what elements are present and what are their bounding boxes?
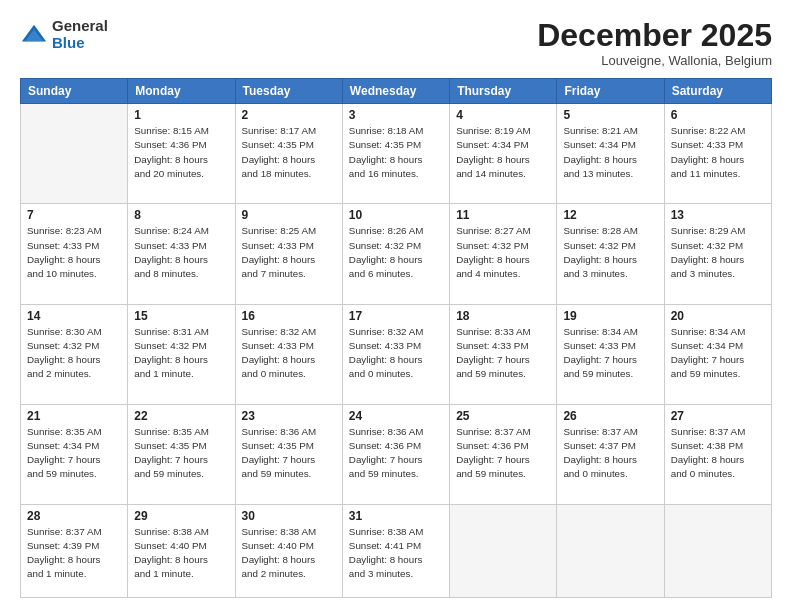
- cell-line: and 59 minutes.: [456, 467, 550, 481]
- col-thursday: Thursday: [450, 79, 557, 104]
- cell-line: Sunset: 4:32 PM: [27, 339, 121, 353]
- table-row: 28Sunrise: 8:37 AMSunset: 4:39 PMDayligh…: [21, 504, 128, 597]
- cell-line: and 0 minutes.: [671, 467, 765, 481]
- cell-line: and 3 minutes.: [349, 567, 443, 581]
- cell-line: Daylight: 8 hours: [671, 453, 765, 467]
- cell-line: and 59 minutes.: [242, 467, 336, 481]
- cell-line: Sunrise: 8:31 AM: [134, 325, 228, 339]
- cell-line: Sunrise: 8:38 AM: [242, 525, 336, 539]
- cell-line: Sunset: 4:33 PM: [563, 339, 657, 353]
- table-row: 27Sunrise: 8:37 AMSunset: 4:38 PMDayligh…: [664, 404, 771, 504]
- title-block: December 2025 Louveigne, Wallonia, Belgi…: [537, 18, 772, 68]
- cell-line: Daylight: 8 hours: [456, 153, 550, 167]
- cell-line: Sunrise: 8:32 AM: [349, 325, 443, 339]
- cell-line: Sunset: 4:33 PM: [456, 339, 550, 353]
- table-row: 5Sunrise: 8:21 AMSunset: 4:34 PMDaylight…: [557, 104, 664, 204]
- cell-line: and 6 minutes.: [349, 267, 443, 281]
- cell-line: and 59 minutes.: [349, 467, 443, 481]
- col-sunday: Sunday: [21, 79, 128, 104]
- cell-line: Daylight: 8 hours: [671, 253, 765, 267]
- cell-line: and 18 minutes.: [242, 167, 336, 181]
- table-row: 9Sunrise: 8:25 AMSunset: 4:33 PMDaylight…: [235, 204, 342, 304]
- calendar-table: Sunday Monday Tuesday Wednesday Thursday…: [20, 78, 772, 598]
- day-number: 12: [563, 208, 657, 222]
- table-row: 2Sunrise: 8:17 AMSunset: 4:35 PMDaylight…: [235, 104, 342, 204]
- day-number: 7: [27, 208, 121, 222]
- cell-line: and 8 minutes.: [134, 267, 228, 281]
- day-number: 4: [456, 108, 550, 122]
- page: General Blue December 2025 Louveigne, Wa…: [0, 0, 792, 612]
- day-number: 1: [134, 108, 228, 122]
- cell-line: Daylight: 7 hours: [27, 453, 121, 467]
- cell-line: and 2 minutes.: [242, 567, 336, 581]
- cell-line: and 1 minute.: [134, 567, 228, 581]
- table-row: [557, 504, 664, 597]
- cell-line: Daylight: 8 hours: [134, 153, 228, 167]
- cell-line: Sunrise: 8:33 AM: [456, 325, 550, 339]
- day-number: 3: [349, 108, 443, 122]
- cell-line: Daylight: 7 hours: [671, 353, 765, 367]
- cell-line: Sunrise: 8:25 AM: [242, 224, 336, 238]
- table-row: 4Sunrise: 8:19 AMSunset: 4:34 PMDaylight…: [450, 104, 557, 204]
- table-row: 29Sunrise: 8:38 AMSunset: 4:40 PMDayligh…: [128, 504, 235, 597]
- table-row: 24Sunrise: 8:36 AMSunset: 4:36 PMDayligh…: [342, 404, 449, 504]
- cell-line: Sunset: 4:35 PM: [242, 138, 336, 152]
- cell-line: Sunrise: 8:18 AM: [349, 124, 443, 138]
- logo-general-label: General: [52, 18, 108, 35]
- cell-line: Sunrise: 8:32 AM: [242, 325, 336, 339]
- cell-line: and 3 minutes.: [671, 267, 765, 281]
- day-number: 19: [563, 309, 657, 323]
- table-row: 20Sunrise: 8:34 AMSunset: 4:34 PMDayligh…: [664, 304, 771, 404]
- table-row: 22Sunrise: 8:35 AMSunset: 4:35 PMDayligh…: [128, 404, 235, 504]
- day-number: 20: [671, 309, 765, 323]
- day-number: 30: [242, 509, 336, 523]
- cell-line: Daylight: 8 hours: [349, 153, 443, 167]
- day-number: 13: [671, 208, 765, 222]
- cell-line: Sunrise: 8:34 AM: [563, 325, 657, 339]
- header: General Blue December 2025 Louveigne, Wa…: [20, 18, 772, 68]
- cell-line: Sunrise: 8:30 AM: [27, 325, 121, 339]
- table-row: 25Sunrise: 8:37 AMSunset: 4:36 PMDayligh…: [450, 404, 557, 504]
- cell-line: Sunset: 4:33 PM: [134, 239, 228, 253]
- cell-line: Sunset: 4:32 PM: [349, 239, 443, 253]
- day-number: 15: [134, 309, 228, 323]
- cell-line: Sunset: 4:32 PM: [456, 239, 550, 253]
- cell-line: and 59 minutes.: [134, 467, 228, 481]
- cell-line: Sunrise: 8:37 AM: [27, 525, 121, 539]
- cell-line: Daylight: 8 hours: [456, 253, 550, 267]
- cell-line: and 20 minutes.: [134, 167, 228, 181]
- table-row: 12Sunrise: 8:28 AMSunset: 4:32 PMDayligh…: [557, 204, 664, 304]
- cell-line: Sunset: 4:36 PM: [134, 138, 228, 152]
- cell-line: and 4 minutes.: [456, 267, 550, 281]
- day-number: 9: [242, 208, 336, 222]
- table-row: 21Sunrise: 8:35 AMSunset: 4:34 PMDayligh…: [21, 404, 128, 504]
- cell-line: and 59 minutes.: [671, 367, 765, 381]
- day-number: 16: [242, 309, 336, 323]
- table-row: 14Sunrise: 8:30 AMSunset: 4:32 PMDayligh…: [21, 304, 128, 404]
- day-number: 31: [349, 509, 443, 523]
- day-number: 28: [27, 509, 121, 523]
- day-number: 2: [242, 108, 336, 122]
- cell-line: Sunrise: 8:37 AM: [671, 425, 765, 439]
- cell-line: Daylight: 8 hours: [134, 553, 228, 567]
- cell-line: Daylight: 8 hours: [134, 353, 228, 367]
- cell-line: Sunrise: 8:23 AM: [27, 224, 121, 238]
- cell-line: and 59 minutes.: [563, 367, 657, 381]
- col-tuesday: Tuesday: [235, 79, 342, 104]
- cell-line: Sunset: 4:33 PM: [27, 239, 121, 253]
- day-number: 6: [671, 108, 765, 122]
- cell-line: and 11 minutes.: [671, 167, 765, 181]
- cell-line: Sunset: 4:32 PM: [563, 239, 657, 253]
- col-wednesday: Wednesday: [342, 79, 449, 104]
- cell-line: and 7 minutes.: [242, 267, 336, 281]
- cell-line: Sunrise: 8:38 AM: [349, 525, 443, 539]
- cell-line: Daylight: 8 hours: [27, 353, 121, 367]
- cell-line: and 2 minutes.: [27, 367, 121, 381]
- cell-line: Sunrise: 8:35 AM: [27, 425, 121, 439]
- cell-line: Daylight: 7 hours: [242, 453, 336, 467]
- day-number: 23: [242, 409, 336, 423]
- table-row: 10Sunrise: 8:26 AMSunset: 4:32 PMDayligh…: [342, 204, 449, 304]
- cell-line: Sunrise: 8:22 AM: [671, 124, 765, 138]
- table-row: 26Sunrise: 8:37 AMSunset: 4:37 PMDayligh…: [557, 404, 664, 504]
- cell-line: Sunrise: 8:38 AM: [134, 525, 228, 539]
